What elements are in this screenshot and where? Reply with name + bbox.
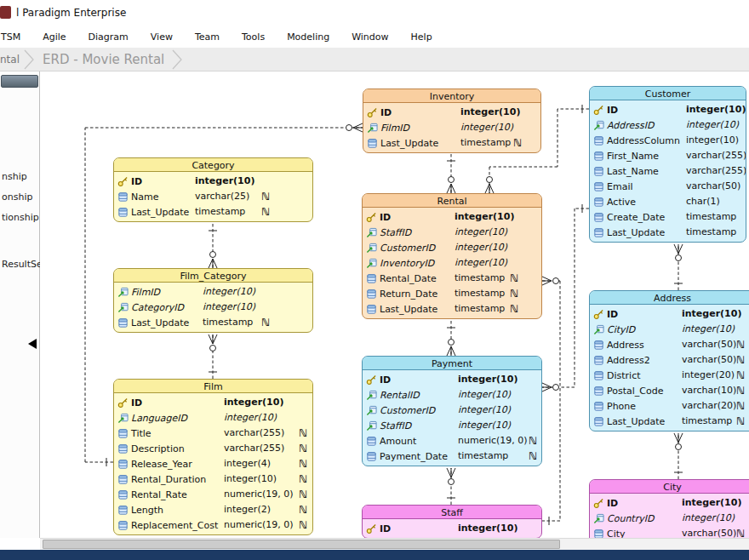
column-row-staffid[interactable]: StaffIDinteger(10) [363,418,541,433]
column-row-id[interactable]: IDinteger(10) [363,372,541,387]
menu-agile[interactable]: Agile [31,27,77,47]
entity-customer[interactable]: CustomerIDinteger(10)AddressIDinteger(10… [589,86,746,243]
column-row-last_update[interactable]: Last_Updatetimestampℕ [114,204,312,220]
column-row-addressid[interactable]: AddressIDinteger(10) [590,117,746,133]
column-row-district[interactable]: Districtinteger(20)ℕ [590,368,749,383]
column-row-id[interactable]: IDinteger(10) [114,174,312,189]
entity-inventory[interactable]: InventoryIDinteger(10)FilmIDinteger(10)L… [363,89,541,153]
column-row-id[interactable]: IDinteger(10) [363,105,540,120]
relationship-category-film_category[interactable] [209,224,217,268]
relationship-rental-payment[interactable] [447,321,455,356]
column-row-id[interactable]: IDinteger(10) [363,209,541,225]
entity-title[interactable]: Rental [363,194,541,208]
column-row-amount[interactable]: Amountnumeric(19, 0)ℕ [363,433,541,449]
entity-city[interactable]: CityIDinteger(10)CountryIDinteger(10)Cit… [589,479,749,538]
relationship-film-film_category[interactable] [209,334,217,379]
entity-title[interactable]: Film_Category [114,269,312,283]
entity-staff[interactable]: StaffIDinteger(10) [362,505,542,538]
sidebar-item-onship[interactable]: onship [2,191,32,203]
column-row-filmid[interactable]: FilmIDinteger(10) [114,284,312,300]
collapse-arrow-icon[interactable] [28,339,37,349]
column-row-name[interactable]: Namevarchar(25)ℕ [114,189,312,204]
column-row-last_name[interactable]: Last_Namevarchar(255) [590,163,746,179]
relationship-staff-payment[interactable] [447,468,455,505]
menu-team[interactable]: Team [184,27,231,47]
relationship-city-address[interactable] [674,433,683,479]
column-row-customerid[interactable]: CustomerIDinteger(10) [363,240,541,255]
column-row-city[interactable]: Cityvarchar(50)ℕ [590,526,749,538]
column-row-rental_date[interactable]: Rental_Datetimestampℕ [363,271,541,286]
column-row-postal_code[interactable]: Postal_Codevarchar(10)ℕ [590,383,749,398]
column-row-categoryid[interactable]: CategoryIDinteger(10) [114,300,312,315]
column-row-last_update[interactable]: Last_Updatetimestampℕ [363,301,541,317]
entity-title[interactable]: Category [114,158,312,172]
menu-view[interactable]: View [140,27,184,47]
relationship-rental-staff[interactable] [542,277,560,525]
column-row-id[interactable]: IDinteger(10) [590,306,749,322]
column-row-address2[interactable]: Address2varchar(50)ℕ [590,352,749,368]
entity-title[interactable]: Address [590,291,749,305]
horizontal-scrollbar[interactable] [40,538,749,550]
diagram-canvas[interactable]: InventoryIDinteger(10)FilmIDinteger(10)L… [40,71,749,538]
column-row-last_update[interactable]: Last_Updatetimestampℕ [590,414,749,429]
column-row-replacement_cost[interactable]: Replacement_Costnumeric(19, 0)ℕ [114,517,312,533]
column-row-length[interactable]: Lengthinteger(2)ℕ [114,502,312,517]
column-row-email[interactable]: Emailvarchar(50) [590,179,746,194]
column-row-id[interactable]: IDinteger(10) [114,395,312,410]
entity-title[interactable]: Customer [590,87,746,100]
column-row-staffid[interactable]: StaffIDinteger(10) [363,225,541,240]
sidebar-item-tionship[interactable]: tionship [2,212,39,223]
sidebar-item-nship[interactable]: nship [2,171,27,182]
relationship-customer-payment[interactable] [542,204,589,391]
column-row-rental_duration[interactable]: Rental_Durationinteger(10)ℕ [114,471,312,487]
column-row-customerid[interactable]: CustomerIDinteger(10) [363,403,541,418]
menu-window[interactable]: Window [340,27,399,47]
column-row-payment_date[interactable]: Payment_Datetimestampℕ [363,449,541,464]
column-row-rental_rate[interactable]: Rental_Ratenumeric(19, 0)ℕ [114,487,312,502]
menu-diagram[interactable]: Diagram [77,27,140,47]
relationship-inventory-rental[interactable] [447,154,455,193]
column-row-first_name[interactable]: First_Namevarchar(255) [590,148,746,163]
sidebar-collapsed-tab[interactable] [1,75,38,88]
column-row-languageid[interactable]: LanguageIDinteger(10) [114,410,312,426]
entity-film[interactable]: FilmIDinteger(10)LanguageIDinteger(10)Ti… [113,379,313,535]
column-row-last_update[interactable]: Last_Updatetimestampℕ [114,315,312,330]
entity-payment[interactable]: PaymentIDinteger(10)RentalIDinteger(10)C… [362,356,542,466]
column-row-release_year[interactable]: Release_Yearinteger(4)ℕ [114,456,312,471]
column-row-id[interactable]: IDinteger(10) [590,102,746,117]
breadcrumb-item-parent[interactable]: ntal [0,54,20,66]
column-row-create_date[interactable]: Create_Datetimestamp [590,209,746,225]
column-row-filmid[interactable]: FilmIDinteger(10) [363,120,540,135]
entity-title[interactable]: Film [114,380,312,393]
column-row-id[interactable]: IDinteger(10) [590,495,749,511]
column-row-return_date[interactable]: Return_Datetimestampℕ [363,286,541,301]
column-row-inventoryid[interactable]: InventoryIDinteger(10) [363,255,541,271]
column-row-active[interactable]: Activechar(1) [590,194,746,209]
column-row-description[interactable]: Descriptionvarchar(255)ℕ [114,441,312,456]
column-row-last_update[interactable]: Last_Updatetimestampℕ [363,135,540,151]
horizontal-scrollbar-thumb[interactable] [43,540,560,549]
column-row-phone[interactable]: Phonevarchar(20)ℕ [590,398,749,414]
column-row-address[interactable]: Addressvarchar(50)ℕ [590,337,749,352]
entity-title[interactable]: City [590,480,749,494]
column-row-addresscolumn[interactable]: AddressColumninteger(10) [590,133,746,148]
entity-category[interactable]: CategoryIDinteger(10)Namevarchar(25)ℕLas… [113,157,313,222]
menu-tools[interactable]: Tools [231,27,276,47]
menu-tsm[interactable]: TSM [0,27,31,47]
column-row-last_update[interactable]: Last_Updatetimestamp [590,225,746,240]
menu-help[interactable]: Help [400,27,443,47]
entity-title[interactable]: Inventory [363,89,540,103]
entity-title[interactable]: Staff [363,506,541,519]
relationship-address-customer[interactable] [674,244,683,290]
entity-rental[interactable]: RentalIDinteger(10)StaffIDinteger(10)Cus… [362,193,542,319]
column-row-title[interactable]: Titlevarchar(255)ℕ [114,426,312,441]
column-row-rentalid[interactable]: RentalIDinteger(10) [363,387,541,403]
column-row-countryid[interactable]: CountryIDinteger(10) [590,511,749,526]
column-row-id[interactable]: IDinteger(10) [363,521,541,536]
column-row-cityid[interactable]: CityIDinteger(10) [590,322,749,337]
entity-address[interactable]: AddressIDinteger(10)CityIDinteger(10)Add… [589,290,749,431]
breadcrumb-item-current[interactable]: ERD - Movie Rental [43,52,164,67]
entity-film_category[interactable]: Film_CategoryFilmIDinteger(10)CategoryID… [113,268,313,333]
entity-title[interactable]: Payment [363,357,541,370]
menu-modeling[interactable]: Modeling [276,27,340,47]
